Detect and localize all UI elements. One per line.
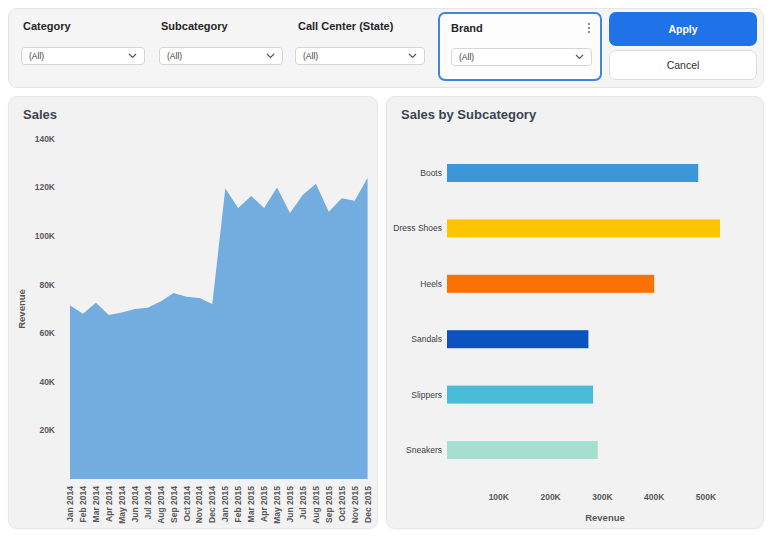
call-center-dropdown-value: (All)	[303, 51, 318, 61]
x-tick-label: May 2014	[117, 486, 127, 524]
chevron-down-icon	[408, 53, 417, 59]
bar-category-label: Dress Shoes	[393, 223, 442, 233]
x-tick-label: Feb 2015	[233, 486, 243, 523]
bar-dress-shoes[interactable]	[447, 219, 720, 237]
x-tick-label: Nov 2014	[194, 486, 204, 524]
x-tick-label: 300K	[592, 492, 613, 502]
x-tick-label: Mar 2015	[246, 486, 256, 523]
brand-dropdown[interactable]: (All)	[451, 48, 592, 66]
x-tick-label: Jan 2015	[220, 486, 230, 522]
x-tick-label: Dec 2014	[207, 486, 217, 523]
y-axis-title: Revenue	[16, 289, 27, 329]
y-tick-label: 20K	[39, 425, 55, 435]
subcategory-dropdown-value: (All)	[167, 51, 182, 61]
sales-by-subcategory-panel: Sales by Subcategory BootsDress ShoesHee…	[386, 96, 764, 529]
bar-sandals[interactable]	[447, 330, 588, 348]
filter-group-brand-selected: Brand (All)	[438, 12, 602, 81]
x-tick-label: May 2015	[272, 486, 282, 524]
bar-category-label: Boots	[420, 168, 442, 178]
x-tick-label: Mar 2014	[91, 486, 101, 523]
x-tick-label: Sep 2014	[169, 486, 179, 523]
filter-label-category: Category	[23, 20, 71, 32]
x-tick-label: Jun 2015	[285, 486, 295, 523]
subcategory-bar-chart: BootsDress ShoesHeelsSandalsSlippersSnea…	[387, 97, 765, 530]
category-dropdown-value: (All)	[29, 51, 44, 61]
x-axis-title: Revenue	[585, 512, 625, 523]
chevron-down-icon	[128, 53, 137, 59]
bar-sneakers[interactable]	[447, 441, 598, 459]
x-tick-label: 500K	[696, 492, 717, 502]
x-tick-label: Jan 2014	[65, 486, 75, 522]
x-tick-label: Oct 2015	[337, 486, 347, 522]
filter-label-call-center: Call Center (State)	[298, 20, 393, 32]
x-tick-label: Apr 2014	[104, 486, 114, 522]
x-tick-label: Nov 2015	[350, 486, 360, 524]
x-tick-label: 100K	[489, 492, 510, 502]
chevron-down-icon	[575, 54, 584, 60]
more-options-icon[interactable]	[584, 20, 594, 36]
x-tick-label: 200K	[540, 492, 561, 502]
bar-category-label: Sandals	[411, 334, 442, 344]
filter-bar: Category (All) Subcategory (All) Call Ce…	[8, 8, 764, 88]
brand-dropdown-value: (All)	[459, 52, 474, 62]
y-tick-label: 120K	[35, 182, 56, 192]
bar-boots[interactable]	[447, 164, 698, 182]
bar-slippers[interactable]	[447, 386, 593, 404]
x-tick-label: Jun 2014	[130, 486, 140, 523]
bar-category-label: Heels	[420, 279, 442, 289]
call-center-state-dropdown[interactable]: (All)	[295, 47, 425, 65]
apply-button[interactable]: Apply	[609, 12, 757, 46]
x-tick-label: Sep 2015	[324, 486, 334, 523]
filter-label-brand: Brand	[451, 22, 483, 34]
x-tick-label: Oct 2014	[182, 486, 192, 522]
x-tick-label: Aug 2014	[156, 486, 166, 524]
y-tick-label: 80K	[39, 280, 55, 290]
chevron-down-icon	[266, 53, 275, 59]
y-tick-label: 40K	[39, 377, 55, 387]
sales-panel: Sales 20K40K60K80K100K120K140KRevenueJan…	[8, 96, 378, 529]
x-tick-label: Aug 2015	[311, 486, 321, 524]
x-tick-label: 400K	[644, 492, 665, 502]
y-tick-label: 100K	[35, 231, 56, 241]
sales-area-chart: 20K40K60K80K100K120K140KRevenueJan 2014F…	[9, 97, 379, 530]
x-tick-label: Apr 2015	[259, 486, 269, 522]
category-dropdown[interactable]: (All)	[21, 47, 145, 65]
y-tick-label: 60K	[39, 328, 55, 338]
x-tick-label: Jul 2014	[143, 486, 153, 520]
revenue-area-series[interactable]	[70, 178, 368, 479]
bar-heels[interactable]	[447, 275, 654, 293]
bar-category-label: Sneakers	[406, 445, 442, 455]
x-tick-label: Dec 2015	[363, 486, 373, 523]
filter-label-subcategory: Subcategory	[161, 20, 228, 32]
cancel-button[interactable]: Cancel	[609, 50, 757, 80]
bar-category-label: Slippers	[411, 390, 442, 400]
x-tick-label: Jul 2015	[298, 486, 308, 520]
y-tick-label: 140K	[35, 134, 56, 144]
x-tick-label: Feb 2014	[78, 486, 88, 523]
subcategory-dropdown[interactable]: (All)	[159, 47, 283, 65]
